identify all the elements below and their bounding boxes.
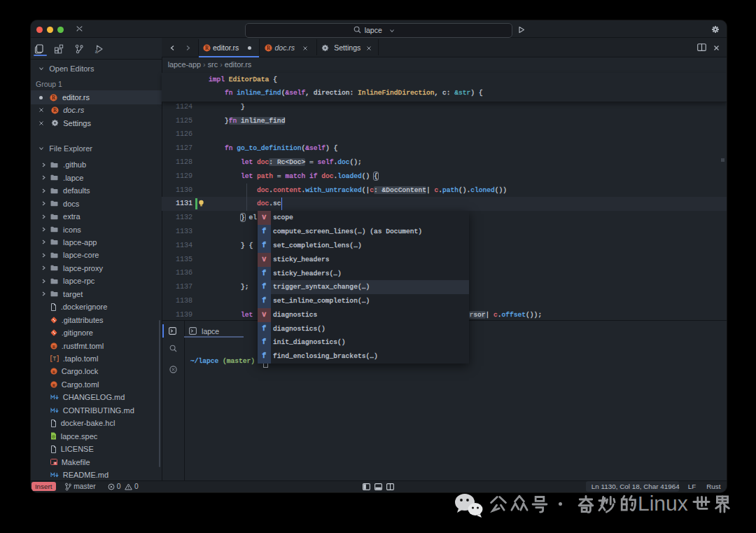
svg-text:R: R [52, 343, 55, 348]
svg-text:R: R [52, 369, 55, 374]
svg-text:R: R [267, 46, 271, 51]
svg-text:R: R [52, 95, 56, 101]
svg-text:R: R [52, 382, 55, 387]
svg-text:R: R [205, 46, 209, 51]
svg-text:a: a [95, 49, 98, 54]
svg-text:R: R [53, 108, 57, 113]
